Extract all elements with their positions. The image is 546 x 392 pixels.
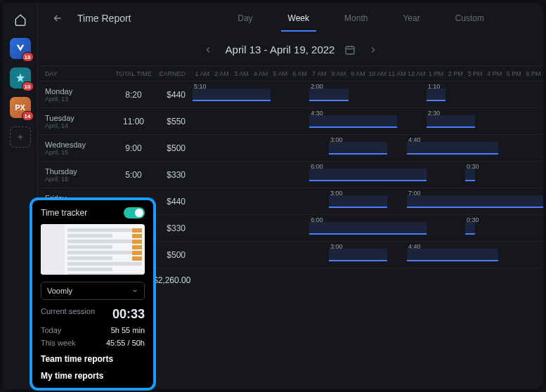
time-segment[interactable]: 6:00 <box>309 222 426 235</box>
earned-value: $440 <box>153 188 193 214</box>
day-date: April, 16 <box>45 176 114 183</box>
hour-label: 2 PM <box>446 70 465 77</box>
tracker-toggle[interactable] <box>124 207 145 218</box>
hour-label: 4 PM <box>485 70 505 77</box>
segment-duration-label: 6:00 <box>311 216 323 223</box>
timeline-track: 5:102:001:10 <box>193 81 543 107</box>
time-segment[interactable]: 4:40 <box>407 142 498 155</box>
hour-label: 3 PM <box>465 70 485 77</box>
hour-label: 2 AM <box>212 70 232 77</box>
hour-label: 1 AM <box>193 70 212 77</box>
timeline-track: 3:004:40 <box>193 135 543 161</box>
tab-year[interactable]: Year <box>400 5 422 32</box>
day-date: April, 13 <box>45 96 114 103</box>
timeline-track: 6:000:30 <box>193 162 543 188</box>
today-value: 5h 55 min <box>111 326 145 334</box>
tab-custom[interactable]: Custom <box>453 5 487 32</box>
tab-month[interactable]: Month <box>342 5 370 32</box>
time-segment[interactable]: 3:00 <box>329 195 387 208</box>
day-name: Wednesday <box>45 141 114 149</box>
table-row: Wednesday April, 15 9:00 $500 3:004:40 <box>38 135 543 162</box>
next-range-button[interactable] <box>365 42 381 58</box>
hour-label: 10 AM <box>368 70 387 77</box>
date-navigator: April 13 - April 19, 2022 <box>38 34 543 66</box>
calendar-icon[interactable] <box>344 44 356 55</box>
segment-duration-label: 6:00 <box>311 163 323 170</box>
today-label: Today <box>41 326 61 334</box>
timeline-track: 3:004:40 <box>193 242 543 268</box>
earned-value: $550 <box>153 108 193 134</box>
app-icon-voomly[interactable]: 18 <box>10 38 31 59</box>
time-segment[interactable]: 1:10 <box>427 89 446 101</box>
segment-duration-label: 2:00 <box>311 83 323 90</box>
time-segment[interactable]: 0:30 <box>465 222 475 235</box>
prev-range-button[interactable] <box>200 42 216 58</box>
segment-duration-label: 3:00 <box>330 190 343 197</box>
segment-duration-label: 4:40 <box>408 136 421 143</box>
total-time-value: 5:00 <box>114 162 153 188</box>
segment-duration-label: 3:00 <box>330 136 343 143</box>
tab-day[interactable]: Day <box>235 5 255 32</box>
total-time-value: 8:20 <box>114 81 153 107</box>
badge: 14 <box>22 111 34 121</box>
back-button[interactable] <box>52 13 63 24</box>
day-name: Thursday <box>45 167 114 176</box>
hour-label: 11 AM <box>387 70 407 77</box>
time-tracker-popover: Time tracker Voomly Current session 00:3… <box>30 197 156 391</box>
segment-duration-label: 3:00 <box>330 243 343 250</box>
earned-value: $500 <box>153 135 193 161</box>
home-icon[interactable] <box>11 10 30 30</box>
timeline-track: 4:302:30 <box>193 108 543 134</box>
hour-label: 1 PM <box>427 70 446 77</box>
hour-label: 8 AM <box>329 70 349 77</box>
time-segment[interactable]: 3:00 <box>329 249 387 261</box>
grand-total-value: $2,260.00 <box>153 275 193 285</box>
segment-duration-label: 7:00 <box>408 190 421 197</box>
topbar: Time Report DayWeekMonthYearCustom <box>38 3 543 34</box>
hour-label: 9 AM <box>349 70 368 77</box>
svg-rect-0 <box>346 46 354 54</box>
range-tabs: DayWeekMonthYearCustom <box>235 5 487 32</box>
tab-week[interactable]: Week <box>285 5 312 32</box>
page-title: Time Report <box>77 13 131 24</box>
app-label: PX <box>15 103 25 112</box>
time-segment[interactable]: 4:30 <box>309 115 397 128</box>
segment-duration-label: 0:30 <box>467 216 479 223</box>
chevron-down-icon <box>131 287 138 294</box>
app-icon-px[interactable]: PX 14 <box>10 97 31 118</box>
time-segment[interactable]: 0:30 <box>465 169 475 181</box>
team-reports-link[interactable]: Team time reports <box>41 354 145 364</box>
badge: 18 <box>22 52 34 62</box>
hour-label: 3 AM <box>231 70 251 77</box>
time-segment[interactable]: 2:00 <box>309 89 348 101</box>
time-segment[interactable]: 5:10 <box>193 89 271 101</box>
time-segment[interactable]: 3:00 <box>329 142 387 155</box>
total-time-value: 11:00 <box>114 108 153 134</box>
current-session-label: Current session <box>41 307 95 322</box>
add-workspace-button[interactable] <box>10 126 31 148</box>
project-select[interactable]: Voomly <box>41 282 145 300</box>
segment-duration-label: 2:30 <box>428 110 441 117</box>
time-segment[interactable]: 7:00 <box>407 195 543 208</box>
time-segment[interactable]: 2:30 <box>427 115 475 128</box>
segment-duration-label: 5:10 <box>194 83 207 90</box>
time-segment[interactable]: 6:00 <box>309 169 426 181</box>
popover-title: Time tracker <box>41 208 87 218</box>
my-reports-link[interactable]: My time reports <box>41 371 145 381</box>
hour-label: 4 AM <box>251 70 271 77</box>
day-name: Monday <box>45 87 114 96</box>
app-icon-star[interactable]: 10 <box>10 67 31 89</box>
week-label: This week <box>41 339 76 347</box>
earned-value: $330 <box>153 215 193 241</box>
table-row: Tuesday April, 14 11:00 $550 4:302:30 <box>38 108 543 135</box>
earned-value: $330 <box>153 162 193 188</box>
hour-label: 5 AM <box>271 70 290 77</box>
time-segment[interactable]: 4:40 <box>407 249 498 261</box>
day-date: April, 15 <box>45 149 114 156</box>
hour-label: 7 AM <box>309 70 329 77</box>
segment-duration-label: 4:40 <box>408 243 421 250</box>
week-value: 45:55 / 50h <box>106 339 145 347</box>
day-name: Tuesday <box>45 114 114 122</box>
day-date: April, 14 <box>45 122 114 129</box>
screenshot-thumbnail[interactable] <box>41 224 145 275</box>
